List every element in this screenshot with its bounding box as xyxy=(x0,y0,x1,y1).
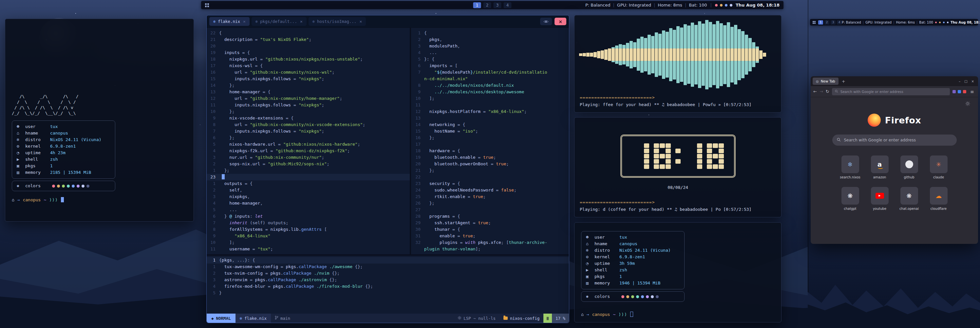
code-line[interactable]: 1{pkgs, ...}: { xyxy=(207,257,569,263)
code-line[interactable]: 1 }; xyxy=(207,167,410,174)
code-line[interactable]: 22{ xyxy=(207,30,410,36)
code-line[interactable]: 19 bluetooth.enable = true; xyxy=(412,154,569,161)
shortcut-cloudflare[interactable]: ☁cloudflare xyxy=(927,187,951,211)
window-close-button[interactable]: × xyxy=(555,18,566,25)
code-line[interactable]: 2 pkgs, xyxy=(412,36,569,43)
editor-tab-hosts/isoImag...[interactable]: ❄hosts/isoImag...× xyxy=(309,17,366,26)
code-line[interactable]: 2 sops-nix.url = "github:Mic92/sops-nix"… xyxy=(207,161,410,167)
code-line[interactable]: 2 self, xyxy=(207,187,410,193)
code-line[interactable]: 31 enable = true; xyxy=(412,233,569,239)
code-line[interactable]: 4 nixpkgs-f2k.url = "github:moni-dz/nixp… xyxy=(207,147,410,154)
extension-icon-2[interactable] xyxy=(958,90,961,93)
code-line[interactable]: 13 home-manager = { xyxy=(207,89,410,95)
code-line[interactable]: 32 plugins = with pkgs.xfce; [thunar-arc… xyxy=(412,239,569,246)
code-line[interactable]: 5} xyxy=(207,290,569,296)
code-line[interactable]: 6 }; xyxy=(207,135,410,141)
code-line[interactable]: 14 networking = { xyxy=(412,122,569,128)
code-line[interactable]: 7 inherit (self) outputs; xyxy=(207,220,410,226)
code-line[interactable]: 10 ]; xyxy=(412,95,569,102)
code-line[interactable]: 11 inputs.nixpkgs.follows = "nixpkgs"; xyxy=(207,102,410,108)
code-line[interactable]: 12 nixpkgs.hostPlatform = "x86_64-linux"… xyxy=(412,108,569,115)
code-line[interactable]: 9 ../../modules/nixos/desktop/awesome xyxy=(412,89,569,95)
code-line[interactable]: plugin thunar-volman]; xyxy=(412,246,569,252)
code-line[interactable]: 26 }; xyxy=(412,200,569,206)
newtab-settings-gear-icon[interactable] xyxy=(965,101,970,107)
pane-divider-horizontal[interactable] xyxy=(207,254,569,256)
code-line[interactable]: 27 xyxy=(412,206,569,213)
code-line[interactable]: 5 ... xyxy=(207,206,410,213)
search-input[interactable]: Search with Google or enter address xyxy=(832,135,957,146)
shell-prompt[interactable]: ⌂ → canopus ~ ))) xyxy=(581,312,633,317)
code-line[interactable]: 24 sudo.wheelNeedsPassword = false; xyxy=(412,187,569,193)
tab-close-icon[interactable]: × xyxy=(300,19,303,24)
code-line[interactable]: 15 hostName = "iso"; xyxy=(412,128,569,135)
datetime[interactable]: Thu Aug 08, 18:18 xyxy=(736,3,780,8)
code-line[interactable]: 1 tux-awesome-wm-config = pkgs.callPacka… xyxy=(207,263,569,270)
code-pane-pkgs[interactable]: 1{pkgs, ...}: {1 tux-awesome-wm-config =… xyxy=(207,257,569,313)
code-line[interactable]: 6 } @ inputs: let xyxy=(207,213,410,220)
shell-prompt[interactable]: ⌂ → canopus ~ ))) xyxy=(12,197,187,202)
code-line[interactable]: 7 "${modulesPath}/installer/cd-dvd/insta… xyxy=(412,69,569,76)
workspace-tag-2[interactable]: 2 xyxy=(824,20,829,25)
code-line[interactable]: 5 nixos-hardware.url = "github:nixos/nix… xyxy=(207,141,410,147)
network-icon[interactable] xyxy=(943,22,945,23)
forward-button[interactable]: → xyxy=(819,89,823,94)
code-line[interactable]: 7 inputs.nixpkgs.follows = "nixpkgs"; xyxy=(207,128,410,135)
close-button[interactable]: × xyxy=(972,79,974,83)
code-line[interactable]: 3 nur.url = "github:nix-community/nur"; xyxy=(207,154,410,161)
workspace-tag-4[interactable]: 4 xyxy=(504,2,512,8)
notification-icon[interactable] xyxy=(715,4,718,6)
workspace-tag-3[interactable]: 3 xyxy=(830,20,835,25)
datetime[interactable]: Thu Aug 08, 18:18 xyxy=(951,21,980,24)
code-line[interactable]: 29 ssh.startAgent = true; xyxy=(412,220,569,226)
code-line[interactable]: 10 ]; xyxy=(207,239,410,246)
editor-tab-flake.nix[interactable]: ❄flake.nix× xyxy=(209,17,250,26)
workspace-tag-3[interactable]: 3 xyxy=(493,2,501,8)
code-line[interactable]: 20 xyxy=(207,43,410,49)
volume-icon[interactable] xyxy=(947,22,948,23)
notification-icon[interactable] xyxy=(935,22,937,23)
launcher-menu-icon[interactable] xyxy=(813,21,816,24)
code-line[interactable]: 4 firefox-mod-blur = pkgs.callPackage ./… xyxy=(207,283,569,290)
code-line[interactable]: 28 programs = { xyxy=(412,213,569,220)
code-line[interactable]: n-cd-minimal.nix" xyxy=(412,76,569,82)
code-line[interactable]: 4 ... xyxy=(412,49,569,56)
code-line[interactable]: 11 xyxy=(412,102,569,108)
code-pane-hosts[interactable]: 1{2 pkgs,3 modulesPath,4 ...5}: {6 impor… xyxy=(412,30,569,253)
code-line[interactable]: 5}: { xyxy=(412,56,569,63)
volume-icon[interactable] xyxy=(730,4,732,6)
code-line[interactable]: 23 security = { xyxy=(412,181,569,187)
code-line[interactable]: 30 thunar = { xyxy=(412,226,569,233)
minimize-button[interactable]: – xyxy=(959,79,960,83)
shortcut-amazon[interactable]: aamazon xyxy=(868,155,892,179)
code-line[interactable]: 22 xyxy=(412,174,569,181)
code-line[interactable]: 11 username = "tux"; xyxy=(207,246,410,252)
workspace-tag-1[interactable]: 1 xyxy=(818,20,823,25)
code-line[interactable]: 10 }; xyxy=(207,108,410,115)
launcher-menu-icon[interactable] xyxy=(205,3,209,7)
code-line[interactable]: 8 ../../modules/nixos/default.nix xyxy=(412,82,569,89)
network-icon[interactable] xyxy=(725,4,727,6)
code-line[interactable]: 21 description = "tux's NixOS Flake"; xyxy=(207,36,410,43)
code-pane-flake[interactable]: 22{21 description = "tux's NixOS Flake";… xyxy=(207,30,410,253)
code-line[interactable]: 17 xyxy=(412,141,569,147)
extension-icon-3[interactable] xyxy=(963,90,966,93)
code-line[interactable]: 2 tux-nvim-config = pkgs.callPackage ./n… xyxy=(207,270,569,277)
shortcut-youtube[interactable]: ▶youtube xyxy=(868,187,892,211)
code-line[interactable]: 4 home-manager, xyxy=(207,200,410,206)
address-bar[interactable]: Search with Google or enter address xyxy=(832,88,950,95)
code-line[interactable]: 25 rtkit.enable = true; xyxy=(412,193,569,200)
tab-close-icon[interactable]: × xyxy=(243,19,246,24)
code-line[interactable]: 23 xyxy=(207,174,410,181)
shortcut-claude[interactable]: ✳claude xyxy=(927,155,951,179)
code-line[interactable]: 20 bluetooth.powerOnBoot = true; xyxy=(412,161,569,167)
shortcut-github[interactable]: github xyxy=(897,155,921,179)
toggle-visibility-button[interactable] xyxy=(540,18,552,25)
code-line[interactable]: 3 modulesPath, xyxy=(412,43,569,49)
power-icon[interactable] xyxy=(720,4,722,6)
shortcut-search.nixos[interactable]: ❄search.nixos xyxy=(838,155,862,179)
code-line[interactable]: 15 inputs.nixpkgs.follows = "nixpkgs"; xyxy=(207,76,410,82)
code-line[interactable]: 18 nixpkgs.url = "github:nixos/nixpkgs/n… xyxy=(207,56,410,63)
code-line[interactable]: 19 inputs = { xyxy=(207,49,410,56)
tab-close-icon[interactable]: × xyxy=(359,19,362,24)
